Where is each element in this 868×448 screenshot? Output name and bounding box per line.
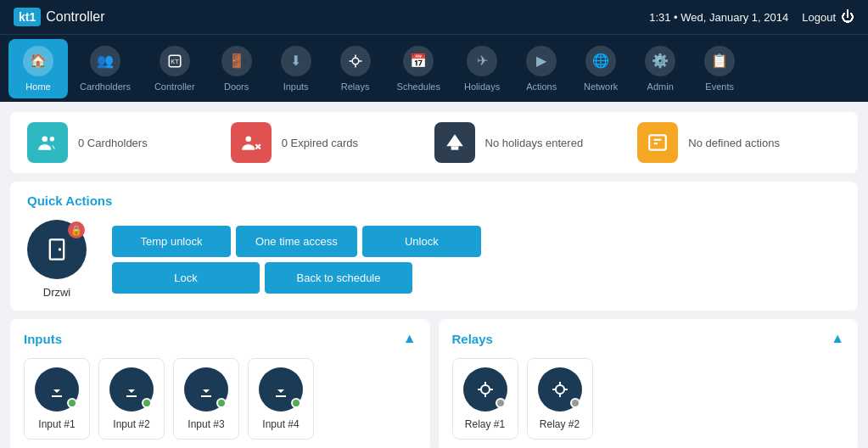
relay-2-dot <box>570 398 580 408</box>
expired-stat-text: 0 Expired cards <box>282 137 358 149</box>
cardholders-count: 0 <box>78 137 84 149</box>
door-label: Drzwi <box>43 286 71 299</box>
relays-header: Relays ▲ <box>452 331 845 346</box>
quick-actions-title: Quick Actions <box>27 193 841 208</box>
events-icon: 📋 <box>704 46 735 76</box>
header: kt1 Controller 1:31 • Wed, January 1, 20… <box>0 0 868 34</box>
nav-item-doors[interactable]: 🚪 Doors <box>207 39 266 98</box>
nav-item-admin[interactable]: ⚙️ Admin <box>630 39 690 98</box>
actions-stat-text: No defined actions <box>688 137 780 149</box>
nav-item-actions[interactable]: ▶ Actions <box>512 39 571 98</box>
cardholders-icon: 👥 <box>90 46 120 76</box>
inputs-section: Inputs ▲ Input #1 Input #2 <box>10 319 430 448</box>
nav-label-network: Network <box>584 81 618 92</box>
nav-item-controller[interactable]: KT Controller <box>143 39 207 98</box>
holidays-stat-text: No holidays entered <box>485 137 584 149</box>
header-left: kt1 Controller <box>14 8 105 26</box>
doors-icon: 🚪 <box>221 46 252 76</box>
input-2-label: Input #2 <box>113 418 149 430</box>
one-time-access-button[interactable]: One time access <box>236 226 357 257</box>
nav-item-events[interactable]: 📋 Events <box>690 39 749 98</box>
logo: kt1 Controller <box>14 8 105 26</box>
cardholders-stat-icon <box>27 122 68 163</box>
relay-1-icon <box>463 367 507 412</box>
input-4-card: Input #4 <box>248 358 314 440</box>
input-2-card: Input #2 <box>98 358 165 440</box>
nav-label-inputs: Inputs <box>283 81 309 92</box>
relays-icon <box>340 46 371 76</box>
nav-item-home[interactable]: 🏠 Home <box>8 39 68 98</box>
nav-label-controller: Controller <box>154 81 195 92</box>
home-icon: 🏠 <box>23 46 53 76</box>
svg-point-2 <box>352 58 359 64</box>
svg-rect-16 <box>50 239 64 259</box>
relay-2-icon <box>538 367 582 412</box>
relay-2-card: Relay #2 <box>527 358 593 440</box>
relays-section: Relays ▲ Relay #1 Relay #2 <box>439 319 859 448</box>
network-icon: 🌐 <box>585 46 616 76</box>
svg-point-17 <box>59 248 62 251</box>
expired-count: 0 <box>282 137 288 149</box>
svg-point-8 <box>50 137 54 141</box>
quick-actions-section: Quick Actions 🔒 Drzwi Temp unlock One ti… <box>10 182 858 311</box>
nav-item-inputs[interactable]: ⬇ Inputs <box>266 39 326 98</box>
input-1-label: Input #1 <box>38 418 75 430</box>
nav-label-schedules: Schedules <box>397 81 440 92</box>
input-2-icon <box>109 367 154 412</box>
btn-row-2: Lock Back to schedule <box>112 262 481 294</box>
relays-devices: Relay #1 Relay #2 <box>452 358 845 440</box>
nav-item-cardholders[interactable]: 👥 Cardholders <box>68 39 143 98</box>
action-buttons: Temp unlock One time access Unlock Lock … <box>112 226 481 294</box>
svg-rect-12 <box>451 146 458 149</box>
nav-label-relays: Relays <box>341 81 370 92</box>
stat-actions: No defined actions <box>637 122 841 163</box>
nav-item-relays[interactable]: Relays <box>326 39 385 98</box>
lock-button[interactable]: Lock <box>112 262 260 294</box>
svg-point-7 <box>42 136 48 142</box>
cardholders-stat-text: 0 Cardholders <box>78 137 148 149</box>
back-to-schedule-button[interactable]: Back to schedule <box>265 262 412 294</box>
logout-icon: ⏻ <box>841 9 854 25</box>
expired-stat-icon <box>231 122 272 163</box>
logout-button[interactable]: Logout ⏻ <box>802 9 854 25</box>
input-1-card: Input #1 <box>24 358 90 440</box>
btn-row-1: Temp unlock One time access Unlock <box>112 226 481 257</box>
stat-expired: 0 Expired cards <box>231 122 434 163</box>
nav-label-holidays: Holidays <box>464 81 500 92</box>
nav-label-admin: Admin <box>647 81 674 92</box>
nav-label-events: Events <box>705 81 734 92</box>
nav-label-doors: Doors <box>224 81 249 92</box>
nav-item-schedules[interactable]: 📅 Schedules <box>385 39 452 98</box>
datetime-label: 1:31 • Wed, January 1, 2014 <box>649 11 788 24</box>
relay-1-card: Relay #1 <box>452 358 518 440</box>
input-4-dot <box>291 398 301 408</box>
relays-collapse-icon[interactable]: ▲ <box>831 331 844 346</box>
actions-stat-icon <box>637 122 678 163</box>
inputs-header: Inputs ▲ <box>24 331 417 346</box>
controller-icon: KT <box>160 46 190 76</box>
nav-label-actions: Actions <box>526 81 557 92</box>
quick-actions-content: 🔒 Drzwi Temp unlock One time access Unlo… <box>27 220 841 299</box>
inputs-icon: ⬇ <box>281 46 311 76</box>
logout-label: Logout <box>802 11 836 24</box>
bottom-row: Inputs ▲ Input #1 Input #2 <box>10 319 858 448</box>
stats-bar: 0 Cardholders 0 Expired cards No holiday… <box>10 112 858 173</box>
nav-item-network[interactable]: 🌐 Network <box>571 39 630 98</box>
door-badge: 🔒 <box>68 221 85 238</box>
unlock-button[interactable]: Unlock <box>362 226 481 257</box>
temp-unlock-button[interactable]: Temp unlock <box>112 226 231 257</box>
holidays-icon: ✈ <box>467 46 497 76</box>
actions-icon: ▶ <box>526 46 557 76</box>
app-title: Controller <box>46 9 104 25</box>
inputs-collapse-icon[interactable]: ▲ <box>403 331 417 346</box>
svg-point-9 <box>245 136 251 142</box>
svg-point-22 <box>481 385 490 394</box>
stat-holidays: No holidays entered <box>434 122 638 163</box>
schedules-icon: 📅 <box>403 46 434 76</box>
inputs-devices: Input #1 Input #2 Input #3 <box>24 358 417 440</box>
door-item: 🔒 Drzwi <box>27 220 87 299</box>
nav-item-holidays[interactable]: ✈ Holidays <box>452 39 512 98</box>
nav-bar: 🏠 Home 👥 Cardholders KT Controller 🚪 Doo… <box>0 34 868 102</box>
stat-cardholders: 0 Cardholders <box>27 122 231 163</box>
relay-2-label: Relay #2 <box>540 418 580 430</box>
